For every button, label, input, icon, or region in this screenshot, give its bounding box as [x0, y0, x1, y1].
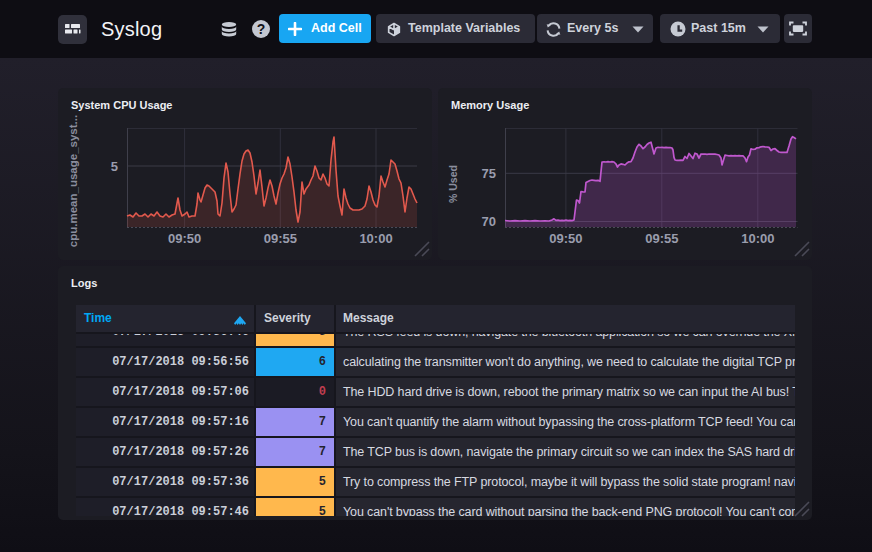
svg-text:70: 70	[482, 214, 496, 229]
svg-text:09:50: 09:50	[549, 231, 582, 246]
svg-text:10:00: 10:00	[741, 231, 774, 246]
svg-text:09:55: 09:55	[264, 231, 297, 246]
svg-text:75: 75	[482, 166, 496, 181]
svg-text:5: 5	[111, 159, 118, 174]
svg-text:09:50: 09:50	[168, 231, 201, 246]
svg-text:10:00: 10:00	[359, 231, 392, 246]
svg-text:09:55: 09:55	[645, 231, 678, 246]
